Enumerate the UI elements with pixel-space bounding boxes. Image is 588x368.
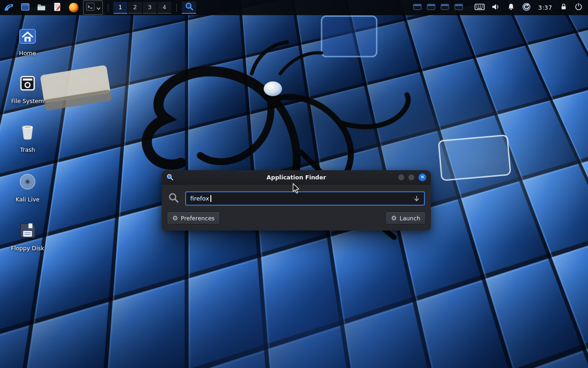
tray-window-icon[interactable]	[454, 3, 464, 12]
kali-menu-button[interactable]	[3, 1, 16, 14]
appfinder-window-icon	[166, 173, 174, 181]
launcher-terminal[interactable]	[83, 0, 103, 15]
launch-gear-icon: ⚙	[391, 215, 397, 221]
firefox-icon	[69, 3, 79, 12]
tray-window-icon[interactable]	[441, 3, 450, 12]
preferences-button[interactable]: ⚙ Preferences	[167, 212, 220, 224]
close-button[interactable]: ×	[418, 173, 426, 181]
search-icon	[168, 192, 180, 206]
launch-button[interactable]: ⚙ Launch	[385, 212, 426, 224]
gear-icon: ⚙	[172, 215, 178, 221]
minimize-button[interactable]	[398, 174, 404, 180]
window-body: firefox ⚙ Preferences ⚙	[162, 184, 431, 230]
panel-separator	[176, 4, 177, 12]
titlebar-buttons: ×	[398, 170, 426, 184]
desktop-icon-label: Floppy Disk	[11, 245, 44, 252]
top-panel: 1 2 3 4	[0, 0, 588, 15]
workspace-4[interactable]: 4	[158, 2, 171, 14]
keyboard-icon[interactable]	[475, 3, 485, 12]
workspace-3[interactable]: 3	[143, 2, 157, 14]
desktop-icon-label: Kali Live	[16, 196, 40, 203]
desktop-icon-trash[interactable]: Trash	[6, 121, 50, 154]
trash-icon	[17, 121, 38, 144]
panel-appfinder-button[interactable]	[182, 1, 196, 14]
home-icon	[17, 26, 38, 47]
maximize-button[interactable]	[408, 174, 414, 180]
harddisk-icon	[17, 73, 38, 95]
notifications-bell-icon[interactable]	[507, 2, 515, 13]
screen: 1 2 3 4	[0, 0, 588, 368]
panel-separator	[108, 4, 108, 12]
workspace-2[interactable]: 2	[128, 2, 142, 14]
screen-lock-icon[interactable]	[560, 2, 568, 13]
launcher-window-manager[interactable]	[19, 1, 32, 14]
dropdown-arrow-icon[interactable]	[413, 196, 420, 202]
desktop-icon-file-system[interactable]: File System	[6, 72, 50, 105]
tray-window-icons	[413, 3, 464, 12]
search-input[interactable]: firefox	[185, 191, 425, 206]
text-caret	[210, 195, 211, 202]
floppy-icon	[17, 220, 38, 242]
desktop-icon-label: Trash	[20, 146, 35, 153]
launcher-text-editor[interactable]	[51, 1, 64, 14]
power-icon[interactable]	[574, 2, 583, 13]
folder-icon	[36, 2, 46, 13]
window-titlebar[interactable]: Application Finder ×	[162, 170, 431, 184]
dialog-buttons: ⚙ Preferences ⚙ Launch	[166, 212, 426, 224]
search-icon	[185, 2, 194, 12]
window-title: Application Finder	[266, 174, 326, 181]
preferences-button-label: Preferences	[181, 215, 215, 222]
tray-window-icon[interactable]	[427, 3, 436, 12]
panel-status-area: 3:37	[413, 2, 585, 13]
volume-icon[interactable]	[491, 2, 500, 13]
application-finder-window: Application Finder × firefox	[162, 170, 431, 230]
workspace-switcher: 1 2 3 4	[113, 2, 171, 14]
network-status-icon[interactable]	[522, 2, 531, 13]
launch-button-label: Launch	[400, 215, 420, 222]
chevron-down-icon[interactable]	[96, 3, 101, 12]
desktop-icon-label: Home	[19, 50, 36, 57]
clock[interactable]: 3:37	[537, 4, 553, 11]
workspace-1[interactable]: 1	[113, 2, 127, 14]
desktop-icon-label: File System	[11, 98, 44, 104]
tray-window-icon[interactable]	[413, 3, 422, 12]
launcher-firefox[interactable]	[67, 1, 80, 14]
search-input-value: firefox	[190, 195, 209, 202]
launcher-file-manager[interactable]	[35, 1, 48, 14]
document-pencil-icon	[52, 2, 62, 13]
terminal-icon	[85, 2, 95, 13]
window-icon	[20, 2, 30, 13]
disc-icon	[17, 171, 38, 194]
desktop-icon-home[interactable]: Home	[6, 25, 50, 58]
kali-logo-icon	[4, 1, 15, 14]
search-row: firefox	[168, 191, 425, 206]
desktop-icon-kali-live[interactable]: Kali Live	[6, 170, 50, 204]
desktop-icon-floppy-disk[interactable]: Floppy Disk	[6, 219, 50, 253]
